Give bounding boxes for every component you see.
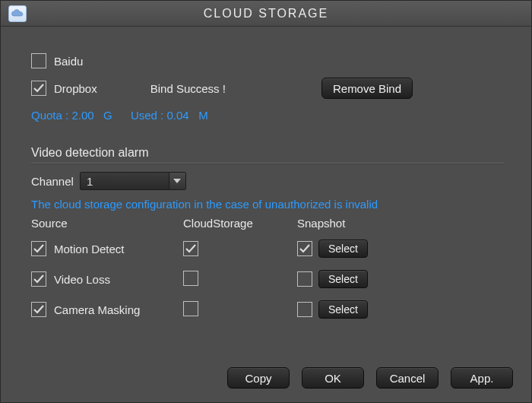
content-area: Baidu Dropbox Bind Success ! Remove Bind… <box>1 27 531 328</box>
motion-source-checkbox[interactable] <box>31 241 46 256</box>
motion-select-button[interactable]: Select <box>318 240 368 258</box>
bind-status-text: Bind Success ! <box>150 82 226 95</box>
row-vloss-snapshot: Select <box>297 270 426 288</box>
quota-label: Quota : <box>31 109 68 122</box>
motion-cloud-checkbox[interactable] <box>183 241 198 256</box>
cloud-storage-window: CLOUD STORAGE Baidu Dropbox Bind Success… <box>0 0 532 403</box>
used-label: Used : <box>131 109 163 122</box>
row-mask-source: Camera Masking <box>31 298 183 321</box>
channel-label: Channel <box>31 175 74 188</box>
mask-snapshot-checkbox[interactable] <box>297 302 312 317</box>
cloud-icon <box>8 5 27 22</box>
warning-text: The cloud storage configuration in the c… <box>31 198 504 211</box>
col-cloud: CloudStorage <box>183 217 297 230</box>
row-motion-snapshot: Select <box>297 240 426 258</box>
chevron-down-icon <box>169 173 185 189</box>
mask-select-button[interactable]: Select <box>318 300 368 319</box>
baidu-checkbox[interactable] <box>31 53 46 68</box>
ok-button[interactable]: OK <box>302 367 364 389</box>
section-title: Video detection alarm <box>31 146 504 160</box>
baidu-label: Baidu <box>54 55 83 68</box>
window-title: CLOUD STORAGE <box>1 7 531 21</box>
remove-bind-button[interactable]: Remove Bind <box>321 78 413 99</box>
vloss-source-checkbox[interactable] <box>31 271 46 287</box>
motion-snapshot-checkbox[interactable] <box>297 241 312 256</box>
bottom-bar: Copy OK Cancel App. <box>227 367 513 389</box>
col-source: Source <box>31 217 183 230</box>
dropbox-row: Dropbox Bind Success ! Remove Bind <box>31 77 504 100</box>
section-divider <box>31 163 504 164</box>
quota-line: Quota : 2.00 G Used : 0.04 M <box>31 109 504 122</box>
row-mask-cloud <box>183 301 297 319</box>
vloss-cloud-checkbox[interactable] <box>183 271 198 286</box>
row-vloss-source: Video Loss <box>31 268 183 290</box>
mask-label: Camera Masking <box>54 303 140 316</box>
dropbox-label: Dropbox <box>54 82 97 95</box>
copy-button[interactable]: Copy <box>227 367 290 389</box>
channel-select[interactable]: 1 <box>80 172 186 190</box>
quota-unit: G <box>103 109 112 122</box>
vloss-snapshot-checkbox[interactable] <box>297 271 312 287</box>
quota-value: 2.00 <box>71 109 93 122</box>
motion-label: Motion Detect <box>54 243 125 255</box>
vloss-label: Video Loss <box>54 273 110 286</box>
cancel-button[interactable]: Cancel <box>376 367 439 389</box>
row-motion-source: Motion Detect <box>31 237 183 260</box>
dropbox-checkbox[interactable] <box>31 81 46 96</box>
channel-value: 1 <box>87 175 93 188</box>
app-button[interactable]: App. <box>451 367 513 389</box>
col-snapshot: Snapshot <box>297 217 426 230</box>
used-unit: M <box>198 109 208 122</box>
mask-cloud-checkbox[interactable] <box>183 301 198 316</box>
row-mask-snapshot: Select <box>297 300 426 319</box>
vloss-select-button[interactable]: Select <box>318 270 368 288</box>
row-motion-cloud <box>183 241 297 257</box>
titlebar: CLOUD STORAGE <box>1 1 531 27</box>
row-vloss-cloud <box>183 271 297 288</box>
channel-row: Channel 1 <box>31 172 504 190</box>
baidu-row: Baidu <box>31 49 504 72</box>
alarm-grid: Source CloudStorage Snapshot Motion Dete… <box>31 217 504 321</box>
used-value: 0.04 <box>166 109 188 122</box>
mask-source-checkbox[interactable] <box>31 302 46 317</box>
